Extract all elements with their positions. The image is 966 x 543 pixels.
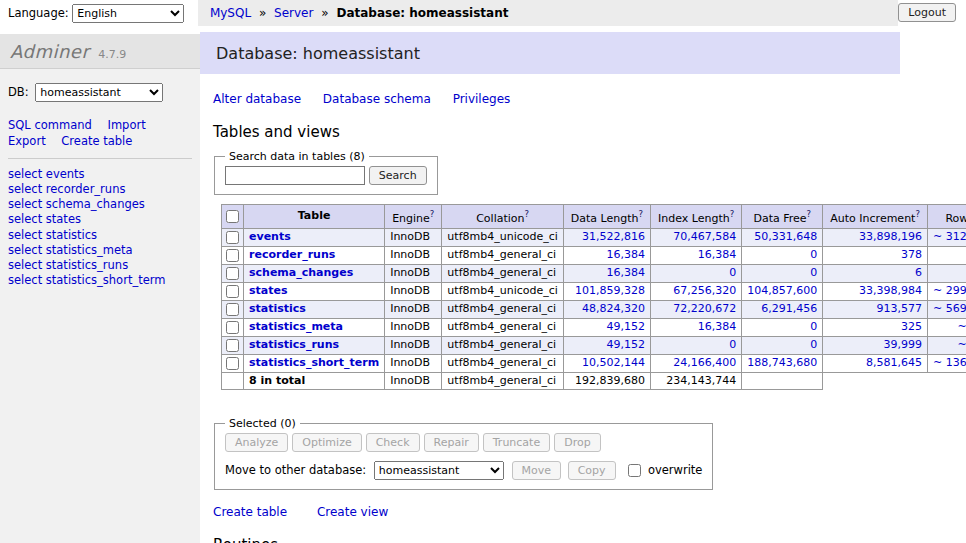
data-length-link[interactable]: 49,152 — [607, 320, 646, 333]
auto-increment-link[interactable]: 913,577 — [876, 302, 922, 315]
column-hint-link[interactable]: ? — [525, 209, 530, 219]
table-name-link[interactable]: recorder_runs — [249, 248, 335, 261]
table-name-link[interactable]: schema_changes — [249, 266, 353, 279]
index-length-link[interactable]: 0 — [729, 266, 736, 279]
table-name-link[interactable]: statistics_meta — [249, 320, 343, 333]
row-checkbox[interactable] — [226, 357, 239, 370]
data-free-link[interactable]: 6,291,456 — [761, 302, 817, 315]
rows-link[interactable]: ~ 299,833 — [933, 284, 966, 297]
auto-increment-link[interactable]: 33,398,984 — [859, 284, 922, 297]
table-row: statisticsInnoDButf8mb4_general_ci48,824… — [222, 300, 966, 318]
row-checkbox[interactable] — [226, 249, 239, 262]
table-name-link[interactable]: statistics_short_term — [249, 356, 379, 369]
data-length-link[interactable]: 49,152 — [607, 338, 646, 351]
breadcrumb-link-mysql[interactable]: MySQL — [210, 6, 251, 20]
privileges-link[interactable]: Privileges — [453, 92, 511, 106]
column-hint-link[interactable]: ? — [730, 209, 735, 219]
sidebar-link-sql-command[interactable]: SQL command — [8, 118, 92, 132]
db-select[interactable]: homeassistant — [35, 83, 163, 102]
rows-link[interactable]: ~ 244 — [957, 320, 966, 333]
analyze-button[interactable]: Analyze — [225, 433, 288, 452]
data-free-link[interactable]: 0 — [810, 320, 817, 333]
collation-cell: utf8mb4_general_ci — [442, 246, 563, 264]
auto-increment-link[interactable]: 8,581,645 — [866, 356, 922, 369]
check-button[interactable]: Check — [366, 433, 420, 452]
rows-link[interactable]: ~ 136,108 — [933, 356, 966, 369]
data-length-link[interactable]: 10,502,144 — [582, 356, 645, 369]
row-checkbox[interactable] — [226, 303, 239, 316]
rows-link[interactable]: ~ 312,180 — [933, 230, 966, 243]
data-free-link-cell: 50,331,648 — [742, 228, 823, 246]
index-length-link[interactable]: 72,220,672 — [673, 302, 736, 315]
index-length-link[interactable]: 0 — [729, 338, 736, 351]
table-name-link[interactable]: statistics — [249, 302, 306, 315]
optimize-button[interactable]: Optimize — [292, 433, 361, 452]
data-free-link[interactable]: 0 — [810, 266, 817, 279]
sidebar-table-link[interactable]: select statistics_meta — [8, 244, 192, 257]
table-name-link[interactable]: states — [249, 284, 288, 297]
create-table-link[interactable]: Create table — [213, 505, 287, 519]
rows-link[interactable]: ~ 628 — [957, 338, 966, 351]
sidebar-link-create-table[interactable]: Create table — [61, 134, 132, 148]
data-free-link[interactable]: 0 — [810, 338, 817, 351]
index-length-link[interactable]: 16,384 — [698, 320, 737, 333]
row-checkbox[interactable] — [226, 339, 239, 352]
truncate-button[interactable]: Truncate — [483, 433, 550, 452]
table-name-link[interactable]: events — [249, 230, 291, 243]
sidebar-table-link[interactable]: select statistics_runs — [8, 259, 192, 272]
row-checkbox[interactable] — [226, 267, 239, 280]
alter-database-link[interactable]: Alter database — [213, 92, 301, 106]
index-length-link[interactable]: 24,166,400 — [673, 356, 736, 369]
index-length-link[interactable]: 70,467,584 — [673, 230, 736, 243]
data-length-link[interactable]: 101,859,328 — [575, 284, 645, 297]
move-button[interactable]: Move — [512, 461, 562, 480]
data-length-link[interactable]: 31,522,816 — [582, 230, 645, 243]
index-length-link[interactable]: 16,384 — [698, 248, 737, 261]
copy-button[interactable]: Copy — [568, 461, 616, 480]
sidebar-table-link[interactable]: select events — [8, 168, 192, 181]
overwrite-checkbox[interactable] — [628, 464, 641, 477]
data-free-link[interactable]: 104,857,600 — [747, 284, 817, 297]
data-length-link[interactable]: 16,384 — [607, 266, 646, 279]
sidebar-table-link[interactable]: select recorder_runs — [8, 183, 192, 196]
search-input[interactable] — [225, 166, 365, 185]
move-db-select[interactable]: homeassistant — [374, 461, 504, 480]
column-hint-link[interactable]: ? — [807, 209, 812, 219]
table-name-link[interactable]: statistics_runs — [249, 338, 339, 351]
auto-increment-link[interactable]: 325 — [901, 320, 922, 333]
row-checkbox-cell — [222, 228, 244, 246]
data-free-link[interactable]: 0 — [810, 248, 817, 261]
data-length-link[interactable]: 16,384 — [607, 248, 646, 261]
column-hint-link[interactable]: ? — [430, 209, 435, 219]
auto-increment-link[interactable]: 39,999 — [883, 338, 922, 351]
create-view-link[interactable]: Create view — [317, 505, 388, 519]
row-checkbox-cell — [222, 354, 244, 372]
language-select[interactable]: English — [72, 4, 184, 23]
sidebar-table-link[interactable]: select schema_changes — [8, 198, 192, 211]
sidebar-table-link[interactable]: select statistics — [8, 229, 192, 242]
sidebar-link-import[interactable]: Import — [107, 118, 145, 132]
rows-link[interactable]: ~ 569,159 — [933, 302, 966, 315]
database-schema-link[interactable]: Database schema — [323, 92, 431, 106]
logout-button[interactable]: Logout — [898, 3, 956, 22]
column-hint-link[interactable]: ? — [915, 209, 920, 219]
repair-button[interactable]: Repair — [424, 433, 479, 452]
breadcrumb-link-server[interactable]: Server — [274, 6, 313, 20]
row-checkbox[interactable] — [226, 321, 239, 334]
sidebar-link-export[interactable]: Export — [8, 134, 46, 148]
index-length-link[interactable]: 67,256,320 — [673, 284, 736, 297]
sidebar-table-link[interactable]: select statistics_short_term — [8, 274, 192, 287]
drop-button[interactable]: Drop — [554, 433, 600, 452]
auto-increment-link[interactable]: 6 — [915, 266, 922, 279]
column-hint-link[interactable]: ? — [639, 209, 644, 219]
data-length-link[interactable]: 48,824,320 — [582, 302, 645, 315]
select-all-checkbox[interactable] — [226, 210, 239, 223]
auto-increment-link[interactable]: 378 — [901, 248, 922, 261]
sidebar-table-link[interactable]: select states — [8, 213, 192, 226]
search-button[interactable]: Search — [369, 166, 427, 185]
data-free-link[interactable]: 50,331,648 — [754, 230, 817, 243]
row-checkbox[interactable] — [226, 231, 239, 244]
data-free-link[interactable]: 188,743,680 — [747, 356, 817, 369]
row-checkbox[interactable] — [226, 285, 239, 298]
auto-increment-link[interactable]: 33,898,196 — [859, 230, 922, 243]
